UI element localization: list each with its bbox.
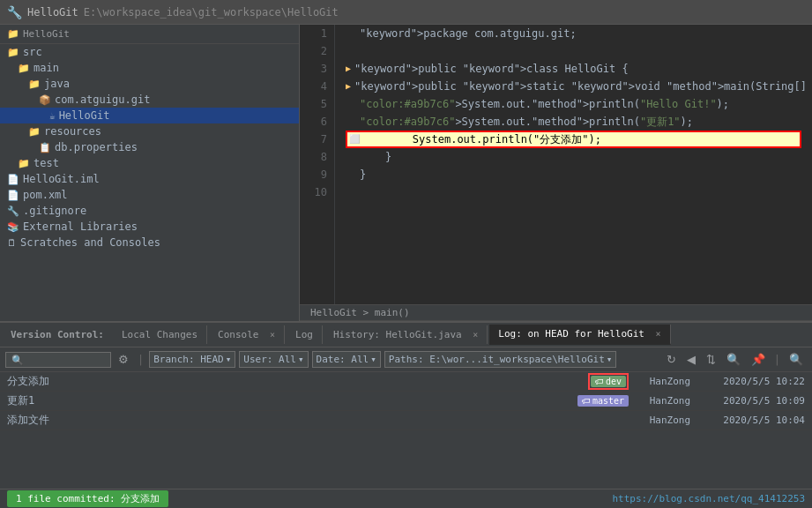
- file-icon: 📄: [7, 174, 19, 185]
- user-label: User: All: [243, 354, 296, 365]
- branch-chevron-icon: ▾: [226, 354, 232, 365]
- file-label: com.atguigu.git: [55, 93, 150, 106]
- status-url: https://blog.csdn.net/qq_41412253: [612, 493, 805, 504]
- file-icon: 📁: [18, 158, 30, 169]
- app-icon: 🔧: [7, 5, 22, 19]
- line-number-5: 5: [307, 95, 327, 113]
- bottom-panel: Version Control: Local Changes Console ×…: [0, 321, 812, 489]
- date-chevron-icon: ▾: [370, 354, 376, 365]
- tab-local-changes[interactable]: Local Changes: [113, 325, 207, 344]
- log-user: HanZong: [629, 376, 690, 387]
- file-icon: 📚: [7, 221, 19, 233]
- sort-btn[interactable]: ⇅: [703, 351, 719, 368]
- file-label: java: [44, 78, 70, 90]
- sidebar-item-test[interactable]: 📁test: [0, 155, 299, 171]
- sidebar-item-db.properties[interactable]: 📋db.properties: [0, 139, 299, 155]
- project-icon: 📁: [7, 28, 19, 40]
- sidebar-title: 📁 HelloGit: [0, 25, 299, 44]
- log-date: 2020/5/5 10:22: [690, 376, 805, 387]
- code-line-6: "color:#a9b7c6">System.out."method">prin…: [346, 113, 801, 131]
- debug-arrow: ▶: [346, 60, 351, 78]
- code-line-2: [346, 42, 801, 60]
- file-label: src: [23, 46, 42, 58]
- code-line-8: }: [346, 148, 801, 166]
- settings-btn[interactable]: ⚙: [115, 351, 132, 368]
- project-sidebar: 📁 HelloGit 📁src📁main📁java📦com.atguigu.gi…: [0, 25, 300, 321]
- code-line-9: }: [346, 166, 801, 183]
- line-number-6: 6: [307, 113, 327, 131]
- log-toolbar: ⚙ | Branch: HEAD ▾ User: All ▾ Date: All…: [0, 347, 812, 372]
- app-title: HelloGit: [27, 6, 78, 19]
- file-label: External Libraries: [23, 220, 138, 233]
- log-branch: 🏷 dev: [505, 373, 629, 390]
- sidebar-item-pom.xml[interactable]: 📄pom.xml: [0, 187, 299, 203]
- code-line-4: ▶ "keyword">public "keyword">static "key…: [346, 78, 801, 95]
- file-icon: 📁: [7, 47, 19, 58]
- more-search-btn[interactable]: 🔍: [786, 351, 807, 368]
- file-label: HelloGit.iml: [23, 173, 100, 185]
- editor-content: 12345678910 "keyword">package com.atguig…: [300, 25, 812, 304]
- paths-chevron-icon: ▾: [607, 354, 613, 365]
- commit-status: 1 file committed: 分支添加: [7, 490, 168, 507]
- sidebar-item-External-Libraries[interactable]: 📚External Libraries: [0, 219, 299, 235]
- log-user: HanZong: [629, 415, 690, 426]
- gutter-box: ⬜: [347, 131, 361, 148]
- sidebar-item-HelloGit.iml[interactable]: 📄HelloGit.iml: [0, 171, 299, 187]
- paths-dropdown[interactable]: Paths: E:\wor...it_workspace\HelloGit ▾: [384, 351, 617, 368]
- date-label: Date: All: [317, 354, 369, 365]
- pin-btn[interactable]: 📌: [748, 351, 769, 368]
- line-number-3: 3: [307, 60, 327, 78]
- file-label: .gitignore: [23, 205, 86, 217]
- status-bar: 1 file committed: 分支添加 https://blog.csdn…: [0, 489, 812, 508]
- tab-log[interactable]: Log: [287, 325, 323, 344]
- log-user: HanZong: [629, 395, 690, 407]
- refresh-btn[interactable]: ↻: [663, 351, 680, 368]
- prev-btn[interactable]: ◀: [683, 351, 699, 368]
- breadcrumb: HelloGit > main(): [300, 304, 812, 321]
- title-bar: 🔧 HelloGit E:\workspace_idea\git_workspa…: [0, 0, 812, 25]
- file-label: main: [34, 62, 59, 74]
- sidebar-item-resources[interactable]: 📁resources: [0, 123, 299, 139]
- sidebar-item-Scratches-and-Consoles[interactable]: 🗒Scratches and Consoles: [0, 235, 299, 250]
- log-row-2[interactable]: 更新1 🏷 master HanZong 2020/5/5 10:09: [0, 392, 812, 411]
- code-line-10: [346, 183, 801, 201]
- log-row-1[interactable]: 分支添加 🏷 dev HanZong 2020/5/5 10:22: [0, 372, 812, 392]
- search-log-btn[interactable]: 🔍: [723, 351, 744, 368]
- file-icon: 🔧: [7, 205, 19, 217]
- file-label: HelloGit: [59, 109, 110, 122]
- paths-label: Paths: E:\wor...it_workspace\HelloGit: [389, 354, 605, 365]
- tab-log-head[interactable]: Log: on HEAD for HelloGit ×: [489, 325, 670, 345]
- sidebar-item-java[interactable]: 📁java: [0, 76, 299, 92]
- tab-console[interactable]: Console ×: [209, 325, 285, 344]
- sidebar-item-.gitignore[interactable]: 🔧.gitignore: [0, 203, 299, 219]
- log-row-3[interactable]: 添加文件 HanZong 2020/5/5 10:04: [0, 411, 812, 430]
- line-number-2: 2: [307, 42, 327, 60]
- sidebar-item-HelloGit[interactable]: ☕HelloGit: [0, 108, 299, 123]
- sidebar-item-main[interactable]: 📁main: [0, 60, 299, 76]
- tab-history[interactable]: History: HelloGit.java ×: [324, 325, 488, 344]
- log-branch: 🏷 master: [505, 395, 629, 407]
- sidebar-item-src[interactable]: 📁src: [0, 44, 299, 60]
- file-label: pom.xml: [23, 189, 68, 201]
- sidebar-item-com.atguigu.git[interactable]: 📦com.atguigu.git: [0, 92, 299, 108]
- date-dropdown[interactable]: Date: All ▾: [312, 351, 381, 368]
- file-label: test: [34, 157, 59, 169]
- log-message: 分支添加: [7, 374, 505, 389]
- code-line-3: ▶"keyword">public "keyword">class HelloG…: [346, 60, 801, 78]
- file-icon: 📦: [39, 94, 51, 106]
- code-line-1: "keyword">package com.atguigu.git;: [346, 25, 801, 42]
- file-icon: 📁: [28, 78, 41, 90]
- user-dropdown[interactable]: User: All ▾: [239, 351, 308, 368]
- file-icon: ☕: [49, 110, 56, 122]
- file-label: resources: [44, 125, 101, 138]
- app-path: E:\workspace_idea\git_workspace\HelloGit: [84, 6, 339, 19]
- log-date: 2020/5/5 10:09: [690, 395, 805, 407]
- line-numbers: 12345678910: [300, 25, 335, 304]
- tag-icon: 🏷: [595, 377, 604, 386]
- log-search-input[interactable]: [5, 352, 111, 368]
- file-icon: 🗒: [7, 237, 17, 249]
- code-lines: "keyword">package com.atguigu.git;▶"keyw…: [335, 25, 812, 304]
- file-icon: 📋: [39, 142, 51, 153]
- branch-dropdown[interactable]: Branch: HEAD ▾: [149, 351, 235, 368]
- version-control-label: Version Control:: [4, 325, 111, 344]
